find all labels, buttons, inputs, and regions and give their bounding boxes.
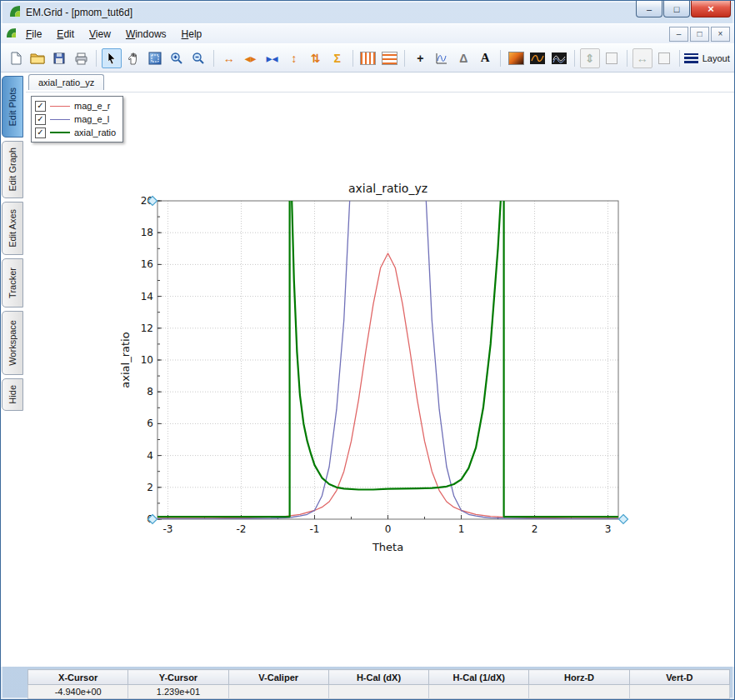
autoscale-y-checkbox-icon xyxy=(602,48,622,68)
table-header-cell: V-Caliper xyxy=(228,670,328,685)
vertical-markers-icon[interactable] xyxy=(358,48,378,68)
chart-canvas[interactable]: -3-2-1012302468101214161820axial_ratio_y… xyxy=(118,172,659,564)
svg-text:8: 8 xyxy=(147,386,153,398)
svg-text:-1: -1 xyxy=(310,523,320,535)
svg-text:0: 0 xyxy=(385,523,392,535)
sidebar-tab-label: Tracker xyxy=(8,268,18,298)
toolbar-separator xyxy=(213,50,214,67)
svg-text:18: 18 xyxy=(141,227,153,238)
waveform-orange-icon[interactable] xyxy=(528,48,548,68)
table-header-cell: Vert-D xyxy=(629,670,729,685)
expand-horizontal-icon[interactable]: ↔ xyxy=(219,48,239,68)
mdi-close-button[interactable]: × xyxy=(711,27,730,42)
svg-text:12: 12 xyxy=(141,322,153,334)
table-value-cell xyxy=(328,685,428,699)
shrink-horizontal-icon[interactable]: ◂▸ xyxy=(241,48,261,68)
svg-text:10: 10 xyxy=(141,354,153,366)
table-header-cell: Y-Cursor xyxy=(128,670,228,685)
table-value-cell xyxy=(228,685,328,699)
print-icon[interactable] xyxy=(71,48,91,68)
svg-text:2: 2 xyxy=(147,482,153,493)
legend-label: mag_e_l xyxy=(74,114,109,124)
legend-line-sample xyxy=(50,119,70,120)
svg-text:2: 2 xyxy=(532,523,538,535)
close-button[interactable]: × xyxy=(691,1,731,18)
sidebar-tab-workspace[interactable]: Workspace xyxy=(2,311,23,375)
sidebar-tab-label: Hide xyxy=(8,385,18,404)
sidebar-tab-hide[interactable]: Hide xyxy=(2,378,23,411)
mdi-minimize-button[interactable]: – xyxy=(669,27,688,42)
legend-line-sample xyxy=(50,132,70,133)
svg-text:-3: -3 xyxy=(162,523,172,535)
center-horizontal-icon[interactable]: ▸◂ xyxy=(262,48,282,68)
mdi-restore-button[interactable]: □ xyxy=(690,27,709,42)
pan-hand-icon[interactable] xyxy=(123,48,143,68)
legend-checkbox-axial_ratio[interactable]: ✓ xyxy=(35,128,46,138)
title-bar: EM.Grid - [pmom_tut6d] – □ × xyxy=(1,1,734,23)
sidebar-tab-label: Edit Graph xyxy=(8,148,18,192)
autoscale-x-toggle-icon: ↔ xyxy=(632,48,652,68)
tick-labels: -3-2-1012302468101214161820 xyxy=(141,195,612,535)
toolbar-separator xyxy=(574,50,575,67)
axis-handle[interactable] xyxy=(619,515,628,524)
colormap-icon[interactable] xyxy=(506,48,526,68)
waveform-white-icon[interactable] xyxy=(549,48,569,68)
legend-checkbox-mag_e_l[interactable]: ✓ xyxy=(35,114,46,125)
crosshair-icon[interactable]: + xyxy=(410,48,430,68)
maximize-button[interactable]: □ xyxy=(663,1,690,18)
svg-text:4: 4 xyxy=(147,450,153,462)
menu-help[interactable]: Help xyxy=(174,26,210,42)
save-icon[interactable] xyxy=(49,48,69,68)
legend: ✓mag_e_r✓mag_e_l✓axial_ratio xyxy=(31,96,123,142)
open-folder-icon[interactable] xyxy=(28,48,48,68)
cursor-readout-table: X-CursorY-CursorV-CaliperH-Cal (dX)H-Cal… xyxy=(28,669,730,699)
menu-windows[interactable]: Windows xyxy=(118,26,174,42)
sum-icon[interactable]: Σ xyxy=(328,48,348,68)
select-arrow-icon[interactable] xyxy=(102,48,122,68)
table-value-cell: -4.940e+00 xyxy=(28,685,128,699)
legend-line-sample xyxy=(50,106,70,107)
mdi-window-buttons: – □ × xyxy=(669,27,730,42)
sidebar-tab-tracker[interactable]: Tracker xyxy=(2,258,23,308)
sidebar-tab-edit-plots[interactable]: Edit Plots xyxy=(2,76,23,138)
svg-text:16: 16 xyxy=(141,258,153,270)
zoom-window-icon[interactable] xyxy=(145,48,165,68)
svg-text:3: 3 xyxy=(605,523,612,535)
minimize-button[interactable]: – xyxy=(636,1,662,18)
toolbar-separator xyxy=(404,50,405,67)
table-header-cell: Horz-D xyxy=(529,670,629,685)
document-tab[interactable]: axial_ratio_yz xyxy=(28,74,104,90)
text-annotation-icon[interactable]: A xyxy=(475,48,495,68)
sidebar-tabs: Edit PlotsEdit GraphEdit AxesTrackerWork… xyxy=(2,76,23,411)
sidebar-tab-edit-graph[interactable]: Edit Graph xyxy=(2,141,23,198)
legend-label: mag_e_r xyxy=(74,101,110,111)
delta-marker-icon[interactable]: Δ xyxy=(453,48,473,68)
svg-text:14: 14 xyxy=(141,291,153,302)
zoom-out-icon[interactable] xyxy=(188,48,208,68)
new-document-icon[interactable] xyxy=(6,48,26,68)
shift-vertical-icon[interactable]: ⇅ xyxy=(306,48,326,68)
toolbar-separator xyxy=(679,50,680,67)
horizontal-markers-icon[interactable] xyxy=(379,48,399,68)
sidebar-tab-edit-axes[interactable]: Edit Axes xyxy=(2,202,23,255)
table-value-cell xyxy=(529,685,629,699)
sidebar-tab-label: Edit Axes xyxy=(8,209,18,248)
curve-plot-icon[interactable] xyxy=(432,48,452,68)
toolbar-separator xyxy=(96,50,97,67)
series-mag_e_l xyxy=(158,172,618,519)
expand-vertical-icon[interactable]: ↕ xyxy=(284,48,304,68)
document-tab-strip: axial_ratio_yz xyxy=(26,72,734,92)
autoscale-x-checkbox-icon xyxy=(654,48,674,68)
chart-title: axial_ratio_yz xyxy=(348,182,428,195)
zoom-in-icon[interactable] xyxy=(167,48,187,68)
table-value-cell xyxy=(429,685,529,699)
menu-view[interactable]: View xyxy=(82,26,118,42)
chart-grid xyxy=(158,201,618,519)
legend-checkbox-mag_e_r[interactable]: ✓ xyxy=(35,101,46,112)
layout-button[interactable]: Layout xyxy=(685,48,729,68)
sidebar-tab-label: Edit Plots xyxy=(8,88,18,126)
svg-text:1: 1 xyxy=(458,523,465,535)
menu-file[interactable]: File xyxy=(18,26,49,42)
menu-edit[interactable]: Edit xyxy=(49,26,82,42)
table-value-cell: 1.239e+01 xyxy=(128,685,228,699)
